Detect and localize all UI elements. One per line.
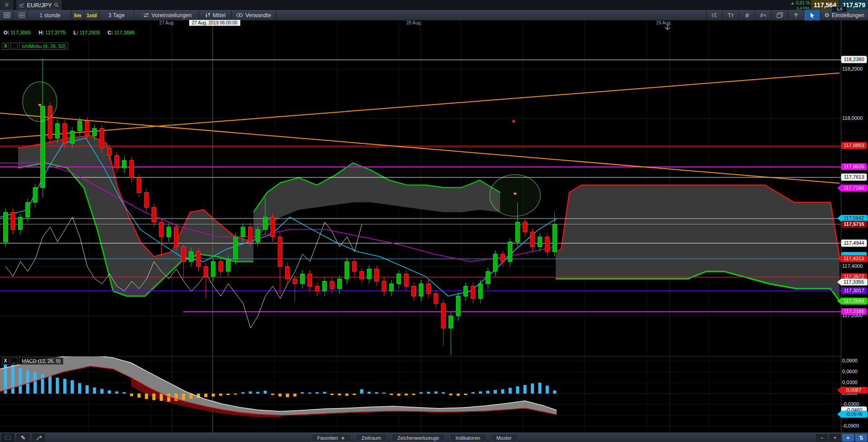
price-axis-label[interactable]: 117,3355 (837, 279, 868, 285)
muster-label: Muster (496, 435, 512, 441)
ichimoku-minimize-button[interactable]: _ (10, 43, 18, 50)
range-button[interactable]: 3 Tage (100, 10, 134, 20)
favoriten-label: Favoriten (317, 435, 338, 441)
macd-axis-label: 0,0300 (842, 379, 868, 386)
settings-label: Einstellungen (832, 12, 864, 19)
pencil-tool-button[interactable]: ✎ (16, 433, 30, 442)
zoom-out-button[interactable]: − (816, 434, 828, 442)
price-axis-label[interactable]: 117,8893 (841, 142, 867, 149)
macd-label[interactable]: MACD (12, 26, 9) (19, 357, 63, 365)
title-bar: ≡ EUR/JPY ▲ 0,01 % 1,4 Pkt. 117,564 117,… (0, 0, 868, 10)
ohlc-l-value: 117,2905 (80, 30, 100, 35)
presets-button[interactable]: Voreinstellungen (136, 10, 199, 20)
macd-axis-label: -0,0900 (842, 423, 868, 429)
bottom-left-tools: ✎ ✦ (0, 433, 46, 442)
macd-axis-label[interactable]: -0,0576 (837, 411, 868, 418)
ohlc-o-label: O: (4, 30, 9, 35)
grid-icon (19, 12, 25, 18)
draw-grid-button[interactable]: #✎ (755, 10, 771, 20)
ichimoku-close-button[interactable]: X (2, 43, 9, 50)
price-axis-label[interactable]: 117,5715 (841, 221, 867, 228)
change-percent: ▲ 0,01 % (774, 1, 810, 5)
ichimoku-label[interactable]: IchiMoku (9, 26, 52) (19, 43, 68, 50)
drawings-panel-button[interactable] (1, 433, 14, 442)
text-tool-button[interactable]: Tт (722, 10, 739, 20)
brush-tool-button[interactable]: ✦ (32, 433, 45, 442)
pin-crosshair-icon (793, 12, 799, 19)
ohlc-h-value: 117,3775 (45, 30, 66, 35)
zeitraum-label: Zeitraum (362, 435, 381, 441)
verwandte-button[interactable]: Verwandte (232, 10, 276, 20)
zeichenwerkzeuge-label: Zeichenwerkzeuge (397, 435, 439, 441)
symbol-tab[interactable]: EUR/JPY (16, 0, 62, 10)
pencil-icon: ✎ (21, 434, 26, 441)
price-axis-label: 117,4000 (842, 263, 868, 270)
brush-sparkle-icon: ✦ (35, 435, 42, 441)
timeframe-1std-button[interactable]: 1std (84, 10, 100, 20)
spread-badge: 1,5 (832, 6, 847, 12)
price-axis-label[interactable]: 117,7180 (837, 185, 868, 191)
autoscale-button[interactable]: ⇅ (855, 434, 867, 442)
timeframe-button[interactable]: 1 stunde (29, 10, 72, 20)
zeichenwerkzeuge-button[interactable]: Zeichenwerkzeuge (391, 434, 445, 442)
anchor-icon[interactable]: ⚓ (664, 24, 671, 30)
watchlist-button[interactable] (1, 10, 14, 20)
price-axis-label[interactable]: 117,3017 (841, 287, 867, 294)
symbol-name: EUR/JPY (27, 2, 52, 9)
price-axis-label[interactable]: 117,4944 (841, 240, 867, 247)
chart-toolbar: 1 stunde 5m 1std 3 Tage Voreinstellungen… (0, 10, 868, 20)
eye-icon (236, 13, 243, 18)
ohlc-c-label: C: (108, 30, 113, 35)
indikatoren-button[interactable]: Indikatoren (449, 434, 486, 442)
price-axis-label[interactable]: 117,7613 (841, 174, 867, 181)
search-icon[interactable] (54, 2, 59, 8)
timeframe-5m-button[interactable]: 5m (72, 10, 84, 20)
align-list-icon (711, 12, 718, 18)
macd-minimize-button[interactable]: _ (10, 357, 18, 365)
mittel-label: Mittel (213, 12, 226, 19)
change-display: ▲ 0,01 % 1,4 Pkt. (774, 0, 810, 10)
favoriten-button[interactable]: Favoriten ★ (311, 434, 351, 442)
date-label-28: 28 Aug. (406, 20, 422, 25)
macd-axis-label[interactable]: 0,0087 (837, 387, 868, 394)
depth-button[interactable] (706, 10, 722, 20)
grid-settings-button[interactable]: # (739, 10, 755, 20)
zeitraum-button[interactable]: Zeitraum (356, 434, 387, 442)
price-axis-label[interactable]: 117,4313 (837, 255, 868, 262)
main-chart-canvas[interactable] (0, 20, 841, 356)
list-icon (4, 12, 10, 18)
crosshair-time-tooltip: 27 Aug. 2019 06:00:00 (189, 20, 240, 26)
bottom-right-tools: − + ⌖ ⇅ (816, 433, 867, 442)
gear-icon: ⚙ (824, 12, 830, 19)
ohlc-h-label: H: (38, 30, 44, 35)
layout-grid-button[interactable] (15, 10, 28, 20)
indikatoren-label: Indikatoren (455, 435, 480, 441)
ichimoku-indicator-header: X _ IchiMoku (9, 26, 52) (2, 43, 68, 50)
snap-button[interactable] (787, 10, 804, 20)
zoom-in-button[interactable]: + (829, 434, 841, 442)
ohlc-o-value: 117,3065 (10, 30, 31, 35)
macd-close-button[interactable]: X (2, 357, 9, 365)
hamburger-menu-button[interactable]: ≡ (0, 0, 14, 10)
line-chart-icon (19, 2, 24, 8)
star-icon: ★ (341, 435, 345, 441)
macd-axis-label: 0,0900 (842, 357, 868, 364)
cursor-tool-button[interactable] (804, 10, 820, 20)
price-axis-label[interactable]: 117,8035 (841, 163, 867, 170)
bottom-toolbar: ✎ ✦ Favoriten ★ Zeitraum Zeichenwerkzeug… (0, 432, 868, 442)
verwandte-label: Verwandte (245, 12, 271, 19)
center-chart-button[interactable]: ⌖ (842, 434, 854, 442)
macd-chart-canvas[interactable] (0, 356, 841, 432)
svg-text:✦: ✦ (39, 435, 42, 439)
candles-icon (205, 12, 210, 18)
price-axis-label[interactable]: 117,2593 (837, 298, 868, 304)
trading-app-window: ≡ EUR/JPY ▲ 0,01 % 1,4 Pkt. 117,564 117,… (0, 0, 868, 442)
hash-pencil-icon: #✎ (760, 12, 767, 19)
layers-button[interactable] (771, 10, 787, 20)
cursor-icon (809, 12, 815, 19)
mittel-button[interactable]: Mittel (199, 10, 232, 20)
price-axis-label[interactable]: 117,2165 (841, 308, 867, 315)
muster-button[interactable]: Muster (491, 434, 518, 442)
price-axis-label[interactable]: 118,2380 (841, 56, 867, 63)
ohlc-l-label: L: (73, 30, 78, 35)
